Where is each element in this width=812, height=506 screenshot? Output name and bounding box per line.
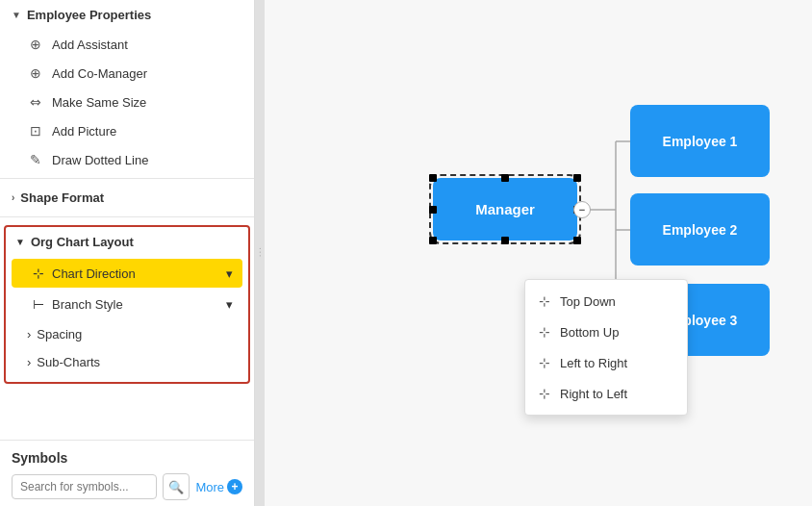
search-button[interactable]: 🔍 [163, 473, 190, 500]
left-to-right-option[interactable]: ⊹ Left to Right [525, 347, 687, 378]
chart-direction-item[interactable]: ⊹ Chart Direction ▾ [12, 259, 242, 288]
handle-bl [429, 237, 437, 244]
employee-properties-header[interactable]: ▼ Employee Properties [0, 0, 254, 30]
employee1-label: Employee 1 [663, 134, 738, 149]
org-chart-layout-header[interactable]: ▼ Org Chart Layout [6, 227, 248, 257]
draw-dotted-line-item[interactable]: ✎ Draw Dotted Line [0, 145, 254, 174]
chevron-down-icon: ▼ [12, 10, 21, 20]
add-co-manager-item[interactable]: ⊕ Add Co-Manager [0, 59, 254, 88]
chevron-down-icon-4: ▾ [226, 297, 233, 312]
chart-direction-dropdown: ⊹ Top Down ⊹ Bottom Up ⊹ Left to Right ⊹… [524, 279, 688, 416]
more-button[interactable]: More + [195, 479, 242, 494]
panel-splitter[interactable]: ··· [255, 0, 265, 506]
add-co-manager-icon: ⊕ [27, 65, 44, 81]
employee2-node[interactable]: Employee 2 [630, 193, 770, 266]
employee2-label: Employee 2 [663, 222, 738, 238]
chevron-right-icon-2: › [27, 327, 31, 342]
manager-label: Manager [475, 201, 535, 217]
add-assistant-icon: ⊕ [27, 37, 44, 52]
top-down-option[interactable]: ⊹ Top Down [525, 286, 687, 316]
org-chart-layout-section: ▼ Org Chart Layout ⊹ Chart Direction ▾ ⊢… [4, 225, 250, 384]
make-same-size-icon: ⇔ [27, 94, 44, 110]
handle-bm [501, 237, 509, 244]
sub-charts-item[interactable]: › Sub-Charts [6, 348, 248, 376]
bottom-up-icon: ⊹ [539, 324, 550, 340]
symbols-section: Symbols 🔍 More + [0, 440, 254, 506]
branch-style-icon: ⊢ [33, 296, 44, 312]
add-assistant-item[interactable]: ⊕ Add Assistant [0, 30, 254, 59]
more-plus-icon: + [227, 479, 242, 494]
right-to-left-icon: ⊹ [539, 386, 550, 401]
divider-2 [0, 216, 254, 217]
employee1-node[interactable]: Employee 1 [630, 105, 770, 177]
canvas-area[interactable]: − Manager Employee 1 Employee 2 Employee… [265, 0, 812, 506]
shape-format-header[interactable]: › Shape Format [0, 183, 254, 213]
left-panel: ▼ Employee Properties ⊕ Add Assistant ⊕ … [0, 0, 255, 506]
handle-tl [429, 174, 437, 182]
chevron-down-icon-3: ▾ [226, 266, 233, 281]
handle-tr [573, 174, 581, 182]
top-down-icon: ⊹ [539, 293, 550, 309]
chevron-right-icon: › [12, 192, 14, 203]
divider-1 [0, 178, 254, 179]
symbols-label: Symbols [12, 450, 242, 466]
manager-node[interactable]: − Manager [433, 178, 577, 240]
splitter-handle: ··· [255, 247, 266, 258]
handle-tm [501, 174, 509, 182]
chevron-right-icon-3: › [27, 355, 31, 369]
search-box-wrapper [12, 474, 157, 499]
draw-dotted-line-icon: ✎ [27, 152, 44, 167]
search-row: 🔍 More + [12, 473, 242, 500]
search-input[interactable] [20, 480, 148, 493]
add-picture-item[interactable]: ⊡ Add Picture [0, 116, 254, 145]
chevron-down-icon-2: ▼ [15, 237, 25, 247]
add-picture-icon: ⊡ [27, 123, 44, 139]
spacing-item[interactable]: › Spacing [6, 320, 248, 348]
handle-br [573, 237, 581, 244]
bottom-up-option[interactable]: ⊹ Bottom Up [525, 316, 687, 347]
right-to-left-option[interactable]: ⊹ Right to Left [525, 378, 687, 409]
left-to-right-icon: ⊹ [539, 355, 550, 370]
handle-ml [429, 206, 437, 214]
make-same-size-item[interactable]: ⇔ Make Same Size [0, 88, 254, 116]
chart-direction-icon: ⊹ [33, 266, 44, 281]
branch-style-item[interactable]: ⊢ Branch Style ▾ [12, 290, 242, 318]
collapse-button[interactable]: − [573, 201, 591, 218]
